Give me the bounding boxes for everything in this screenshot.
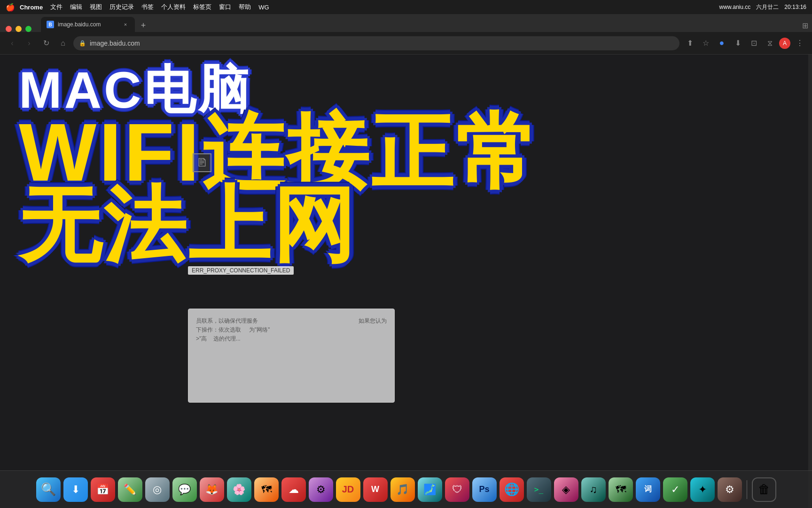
- menubar-date: 六月廿二: [756, 3, 779, 11]
- share-button[interactable]: ⬆: [683, 37, 696, 50]
- refresh-button[interactable]: ↻: [39, 37, 53, 50]
- menubar-help[interactable]: 帮助: [239, 3, 251, 11]
- dock-item-firefox[interactable]: 🦊: [200, 477, 224, 502]
- download-button[interactable]: ⬇: [731, 37, 744, 50]
- address-input[interactable]: 🔒 image.baidu.com: [73, 36, 679, 50]
- title-unable: 无法上网: [19, 184, 357, 266]
- dock-item-youdao[interactable]: 词: [636, 477, 660, 502]
- forward-icon: ›: [28, 39, 30, 48]
- broken-image-icon: 🖹: [193, 153, 211, 172]
- extension-button[interactable]: ⧖: [763, 37, 776, 50]
- dock-item-app11[interactable]: ⚙: [309, 477, 333, 502]
- menubar-window[interactable]: 窗口: [219, 3, 231, 11]
- dock-item-app8[interactable]: 🌸: [227, 477, 251, 502]
- maximize-button[interactable]: [25, 26, 31, 32]
- browser-window: B image.baidu.com × + ⊞ ‹ › ↻ ⌂ 🔒 image.…: [0, 14, 812, 508]
- menubar-history[interactable]: 历史记录: [109, 3, 134, 11]
- dock-item-vectorize[interactable]: ✏️: [118, 477, 142, 502]
- image-content: MAC电脑 🖹 WIFI连接正常 ERR_PROXY_CONNECTION_FA…: [19, 59, 793, 508]
- menubar-items: Chrome 文件 编辑 视图 历史记录 书签 个人资料 标签页 窗口 帮助 W…: [20, 3, 269, 11]
- dock-item-app16[interactable]: 🛡: [445, 477, 469, 502]
- tab-search-icon[interactable]: ⊞: [802, 21, 808, 30]
- dock-item-jd[interactable]: JD: [336, 477, 360, 502]
- url-text: image.baidu.com: [90, 40, 674, 47]
- more-button[interactable]: ⋮: [793, 37, 806, 50]
- bookmark-button[interactable]: ☆: [699, 37, 712, 50]
- forward-button[interactable]: ›: [23, 37, 36, 50]
- menubar-bookmarks[interactable]: 书签: [141, 3, 154, 11]
- tab-favicon: B: [47, 21, 54, 28]
- menubar-app-name[interactable]: Chrome: [20, 4, 43, 11]
- dock-item-cleanmaster[interactable]: ✦: [690, 477, 715, 502]
- tab-close-button[interactable]: ×: [122, 21, 129, 28]
- menubar-view[interactable]: 视图: [90, 3, 102, 11]
- dialog-content: 员联系，以确保代理服务 如果您认为 下操作：依次选取 为"网络" >"高 选的代…: [196, 317, 387, 344]
- menubar-profile[interactable]: 个人资料: [161, 3, 186, 11]
- menubar-time: 20:13:16: [784, 4, 806, 10]
- tab-bar: B image.baidu.com × + ⊞: [0, 14, 812, 32]
- dock-item-chrome[interactable]: 🌐: [500, 477, 524, 502]
- menubar-url-display: www.aniu.cc: [719, 4, 751, 10]
- active-tab[interactable]: B image.baidu.com ×: [41, 17, 135, 32]
- dock-item-wps[interactable]: W: [363, 477, 388, 502]
- menubar: 🍎 Chrome 文件 编辑 视图 历史记录 书签 个人资料 标签页 窗口 帮助…: [0, 0, 812, 14]
- dock-item-cleanmymac[interactable]: ◎: [145, 477, 170, 502]
- dock-item-app20[interactable]: ♫: [581, 477, 606, 502]
- dock-item-app19[interactable]: ◈: [554, 477, 578, 502]
- back-button[interactable]: ‹: [6, 37, 19, 50]
- chrome-error-dialog: 员联系，以确保代理服务 如果您认为 下操作：依次选取 为"网络" >"高 选的代…: [188, 309, 395, 403]
- address-bar: ‹ › ↻ ⌂ 🔒 image.baidu.com ⬆ ☆ ● ⬇ ⊡ ⧖ A …: [0, 32, 812, 55]
- dock-item-app14[interactable]: 🎵: [390, 477, 415, 502]
- main-content: MAC电脑 🖹 WIFI连接正常 ERR_PROXY_CONNECTION_FA…: [0, 55, 812, 508]
- lock-icon: 🔒: [79, 40, 86, 47]
- screenshot-button[interactable]: ⊡: [747, 37, 760, 50]
- refresh-icon: ↻: [43, 39, 49, 48]
- dock-separator: [747, 480, 747, 499]
- dock: 🔍 ⬇ 📅 ✏️ ◎ 💬 🦊 🌸 🗺 ☁ ⚙ JD W 🎵 🗾 🛡: [0, 470, 812, 508]
- dock-item-photoshop[interactable]: Ps: [472, 477, 497, 502]
- close-button[interactable]: [6, 26, 12, 32]
- menubar-tabs[interactable]: 标签页: [193, 3, 211, 11]
- tab-title: image.baidu.com: [58, 21, 118, 28]
- dock-item-terminal[interactable]: >_: [527, 477, 551, 502]
- menubar-right: www.aniu.cc 六月廿二 20:13:16: [719, 3, 806, 11]
- scroll-indicator[interactable]: [808, 55, 812, 508]
- profile-button[interactable]: A: [779, 38, 790, 49]
- dock-item-app25[interactable]: ⚙: [718, 477, 742, 502]
- dock-item-finder[interactable]: 🔍: [36, 477, 61, 502]
- browser-actions: ⬆ ☆ ● ⬇ ⊡ ⧖ A ⋮: [683, 37, 806, 50]
- home-icon: ⌂: [61, 39, 65, 48]
- dock-item-netease[interactable]: ☁: [281, 477, 306, 502]
- dock-item-app21[interactable]: 🗺: [609, 477, 633, 502]
- browser-icon-1[interactable]: ●: [715, 37, 728, 50]
- dock-item-downie[interactable]: ⬇: [63, 477, 88, 502]
- dock-item-app9[interactable]: 🗺: [254, 477, 279, 502]
- error-code: ERR_PROXY_CONNECTION_FAILED: [188, 266, 294, 275]
- new-tab-button[interactable]: +: [137, 19, 150, 32]
- home-button[interactable]: ⌂: [56, 37, 70, 50]
- menubar-wg[interactable]: WG: [258, 4, 269, 11]
- minimize-button[interactable]: [16, 26, 22, 32]
- apple-menu[interactable]: 🍎: [6, 3, 15, 12]
- dock-item-trash[interactable]: 🗑: [752, 477, 776, 502]
- back-icon: ‹: [11, 39, 13, 48]
- menubar-file[interactable]: 文件: [50, 3, 62, 11]
- dock-item-checklist[interactable]: ✓: [663, 477, 687, 502]
- tab-bar-right: ⊞: [802, 21, 808, 32]
- dock-item-calendar[interactable]: 📅: [91, 477, 115, 502]
- dock-item-maps[interactable]: 🗾: [418, 477, 442, 502]
- dock-item-wechat[interactable]: 💬: [172, 477, 197, 502]
- menubar-edit[interactable]: 编辑: [70, 3, 82, 11]
- traffic-lights: [4, 26, 31, 32]
